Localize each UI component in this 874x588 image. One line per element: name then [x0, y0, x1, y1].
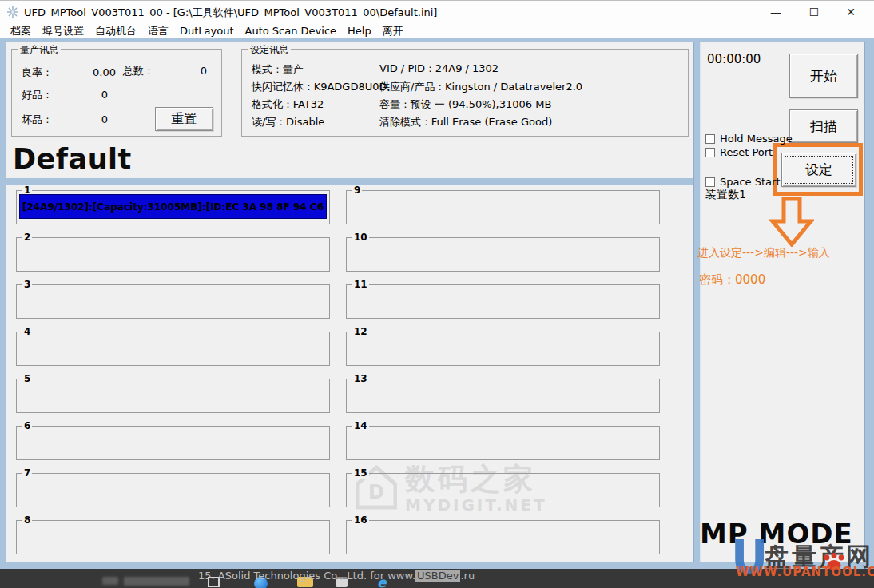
flash-row: 快闪记忆体 : K9ADGD8U0D,	[252, 80, 391, 94]
device-slot-15: 15	[346, 473, 660, 507]
elapsed-timer: 00:00:00	[707, 52, 761, 66]
menu-exit[interactable]: 离开	[377, 24, 409, 38]
annotation-line1: 进入设定--->编辑--->输入	[697, 246, 830, 260]
reset-port-checkbox[interactable]: Reset Port	[705, 146, 773, 158]
device-entry[interactable]: [24A9/1302]:[Capacity:31005MB]:[ID:EC 3A…	[19, 194, 327, 219]
device-slot-4: 4	[16, 332, 330, 366]
mode-row: 模式 : 量产	[252, 62, 304, 77]
menu-file[interactable]: 档案	[5, 24, 37, 38]
right-frame-line	[864, 42, 865, 562]
device-slot-11: 11	[346, 284, 660, 319]
control-sidebar: 00:00:00 开始 扫描 设定 Hold Message Reset Por…	[701, 42, 864, 562]
down-arrow-icon	[769, 197, 814, 247]
reset-port-label: Reset Port	[720, 146, 773, 158]
production-info-groupbox: 量产讯息 良率 : 0.00 总数 : 0 好品 : 0 坏品 : 0 重置	[11, 49, 222, 137]
settings-info-groupbox: 设定讯息 模式 : 量产 快闪记忆体 : K9ADGD8U0D, 格式化 : F…	[241, 49, 689, 137]
menu-language[interactable]: 语言	[142, 24, 174, 38]
minimize-button[interactable]: —	[764, 1, 788, 23]
device-slot-5: 5	[16, 379, 330, 413]
space-start-checkbox[interactable]: Space Start	[705, 176, 781, 188]
vendor-product-row: 供应商/产品 : Kingston / Datatraveler2.0	[379, 80, 582, 94]
menu-help[interactable]: Help	[342, 25, 377, 37]
total-value: 0	[172, 65, 207, 77]
info-section: 量产讯息 良率 : 0.00 总数 : 0 好品 : 0 坏品 : 0 重置 设…	[6, 42, 693, 178]
yield-value: 0.00	[76, 66, 116, 78]
start-button[interactable]: 开始	[789, 54, 858, 98]
taskbar-text-blob	[124, 577, 189, 586]
checkbox-box[interactable]	[705, 177, 715, 187]
taskbar-text-blob	[102, 577, 118, 585]
slot-number: 5	[22, 373, 32, 384]
yield-label: 良率 :	[22, 66, 50, 80]
device-slot-7: 7	[16, 473, 330, 507]
slot-number: 14	[352, 420, 369, 431]
device-slot-1: 1[24A9/1302]:[Capacity:31005MB]:[ID:EC 3…	[16, 190, 330, 224]
checkbox-box[interactable]	[705, 148, 715, 157]
device-slot-8: 8	[16, 520, 330, 554]
mp-mode-label: MP MODE	[700, 518, 853, 550]
device-slot-6: 6	[16, 426, 330, 460]
annotation-line2: 密码：0000	[699, 272, 765, 288]
slot-number: 15	[352, 467, 369, 479]
device-slot-13: 13	[346, 379, 660, 413]
readwrite-row: 读/写 : Disable	[252, 115, 324, 129]
close-button[interactable]: ✕	[839, 1, 863, 23]
window-title: UFD_MPTool_V003T011_00 - [G:\工具软件\UFD_MP…	[24, 6, 437, 20]
settings-button[interactable]: 设定	[781, 153, 856, 187]
slot-number: 4	[22, 326, 32, 337]
maximize-button[interactable]: ☐	[802, 1, 826, 23]
slot-number: 7	[22, 467, 32, 479]
usbdev-suffix: .ru	[460, 570, 475, 582]
menu-bar: 档案 埠号设置 自动机台 语言 DutLayout Auto Scan Devi…	[0, 23, 874, 38]
vidpid-row: VID / PID : 24A9 / 1302	[379, 62, 499, 74]
slot-number: 3	[22, 279, 32, 290]
app-icon	[6, 6, 19, 18]
app-window: UFD_MPTool_V003T011_00 - [G:\工具软件\UFD_MP…	[0, 0, 874, 569]
title-bar: UFD_MPTool_V003T011_00 - [G:\工具软件\UFD_MP…	[0, 1, 874, 23]
settings-info-title: 设定讯息	[248, 43, 291, 57]
slot-number: 11	[352, 279, 369, 290]
good-value: 0	[76, 89, 108, 101]
usbdev-chip: USBDev	[415, 570, 460, 582]
usbdev-watermark: 15. ASolid Technologies Co., Ltd. for ww…	[198, 570, 475, 582]
client-area: 量产讯息 良率 : 0.00 总数 : 0 好品 : 0 坏品 : 0 重置 设…	[0, 38, 874, 570]
good-label: 好品 :	[22, 88, 50, 102]
reset-button[interactable]: 重置	[155, 107, 213, 131]
device-slot-12: 12	[346, 332, 660, 366]
menu-port-settings[interactable]: 埠号设置	[37, 24, 89, 38]
menu-auto-machine[interactable]: 自动机台	[89, 24, 142, 38]
erase-mode-row: 清除模式 : Full Erase (Erase Good)	[379, 115, 552, 129]
menu-auto-scan-device[interactable]: Auto Scan Device	[240, 25, 343, 37]
hold-message-label: Hold Message	[720, 133, 793, 145]
space-start-label: Space Start	[720, 176, 781, 188]
slot-number: 12	[352, 326, 369, 337]
usbdev-text: 15. ASolid Technologies Co., Ltd. for ww…	[198, 570, 415, 582]
slot-number: 9	[352, 185, 362, 196]
capacity-row: 容量 : 预设 一 (94.50%),31006 MB	[379, 97, 551, 112]
device-slot-3: 3	[16, 284, 330, 319]
device-slot-9: 9	[346, 190, 660, 224]
hold-message-checkbox[interactable]: Hold Message	[705, 133, 793, 145]
device-slot-2: 2	[16, 237, 330, 272]
slot-grid: D 数码之家 MYDIGIT.NET 1[24A9/1302]:[Capacit…	[6, 185, 693, 562]
slot-number: 2	[22, 232, 32, 243]
scan-button[interactable]: 扫描	[789, 109, 858, 143]
slot-number: 13	[352, 373, 369, 384]
production-info-title: 量产讯息	[18, 43, 61, 57]
format-row: 格式化 : FAT32	[252, 97, 324, 112]
device-count-label: 装置数1	[705, 188, 746, 202]
total-label: 总数 :	[123, 64, 151, 78]
bad-value: 0	[76, 113, 108, 125]
device-slot-16: 16	[346, 520, 660, 554]
menu-dutlayout[interactable]: DutLayout	[174, 25, 240, 37]
vertical-divider	[693, 42, 701, 562]
device-slot-14: 14	[346, 426, 660, 460]
device-slot-10: 10	[346, 237, 660, 272]
checkbox-box[interactable]	[705, 134, 715, 144]
slot-number: 10	[352, 232, 369, 243]
profile-name: Default	[13, 143, 132, 175]
slot-number: 8	[22, 514, 32, 526]
slot-number: 6	[22, 420, 32, 431]
bad-label: 坏品 :	[22, 113, 50, 127]
slot-number: 16	[352, 514, 369, 526]
